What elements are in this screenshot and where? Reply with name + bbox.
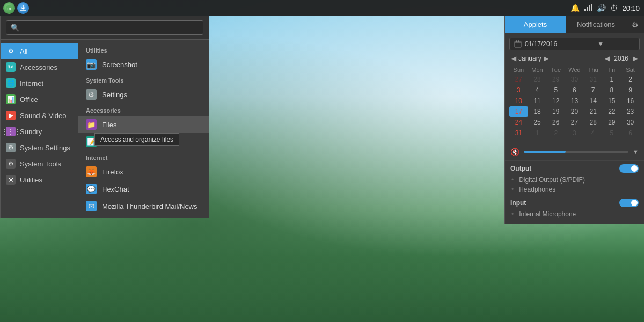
cal-day[interactable]: 4 bbox=[528, 85, 547, 96]
cal-day[interactable]: 28 bbox=[528, 74, 547, 85]
cal-day[interactable]: 2 bbox=[621, 74, 640, 85]
clock-icon: ⏱ bbox=[610, 4, 618, 12]
cal-day[interactable]: 15 bbox=[603, 96, 621, 106]
volume-chevron-icon[interactable]: ▼ bbox=[633, 149, 639, 155]
cal-day[interactable]: 3 bbox=[509, 85, 528, 96]
app-icon-firefox: 🦊 bbox=[86, 166, 97, 177]
cal-day[interactable]: 19 bbox=[546, 106, 565, 117]
svg-rect-8 bbox=[516, 40, 517, 42]
cal-day[interactable]: 20 bbox=[565, 106, 584, 117]
categories-panel: ⚙ All ✂ Accessories 🌐 Internet 📊 Office … bbox=[1, 40, 78, 218]
sidebar-item-all[interactable]: ⚙ All bbox=[1, 43, 78, 59]
output-toggle[interactable] bbox=[619, 164, 639, 173]
cat-label-office: Office bbox=[20, 96, 38, 104]
app-label: gedit Text Editor bbox=[102, 138, 152, 146]
cal-day[interactable]: 2 bbox=[546, 128, 565, 138]
sidebar-item-system-tools[interactable]: ⚙ System Tools bbox=[1, 156, 78, 172]
output-device-1[interactable]: Digital Output (S/PDIF) bbox=[510, 175, 639, 185]
cal-prev-month[interactable]: ◀ bbox=[509, 55, 518, 62]
cal-day[interactable]: 9 bbox=[621, 85, 640, 96]
cal-day[interactable]: 30 bbox=[621, 117, 640, 128]
cal-day[interactable]: 23 bbox=[621, 106, 640, 117]
cal-day[interactable]: 22 bbox=[603, 106, 621, 117]
network-icon[interactable] bbox=[584, 3, 592, 13]
cal-day[interactable]: 18 bbox=[528, 106, 547, 117]
cal-day[interactable]: 1 bbox=[528, 128, 547, 138]
cal-day[interactable]: 12 bbox=[546, 96, 565, 106]
taskbar-right: 🔔 🔊 ⏱ 20:10 bbox=[566, 3, 644, 13]
cat-icon-internet: 🌐 bbox=[6, 78, 16, 88]
output-device-2[interactable]: Headphones bbox=[510, 185, 639, 194]
mint-menu-button[interactable]: m bbox=[3, 2, 15, 14]
bell-icon[interactable]: 🔔 bbox=[570, 4, 580, 12]
cal-day[interactable]: 4 bbox=[584, 128, 603, 138]
sidebar-item-sound-video[interactable]: ▶ Sound & Video bbox=[1, 107, 78, 123]
cal-day[interactable]: 31 bbox=[509, 128, 528, 138]
sidebar-item-system-settings[interactable]: ⚙ System Settings bbox=[1, 140, 78, 156]
app-item-screenshot[interactable]: 📷 Screenshot bbox=[78, 56, 209, 73]
cal-date-display: 01/17/2016 bbox=[525, 40, 560, 48]
cat-icon-sundry: ⋮⋮⋮ bbox=[6, 127, 16, 136]
input-device-1[interactable]: Internal Microphone bbox=[510, 209, 639, 219]
cal-day[interactable]: 29 bbox=[546, 74, 565, 85]
cal-day[interactable]: 17 bbox=[509, 106, 528, 117]
cal-day[interactable]: 29 bbox=[603, 117, 621, 128]
app-icon-mozilla-thunderbird-mail/news: ✉ bbox=[86, 201, 97, 211]
tab-notifications[interactable]: Notifications bbox=[566, 16, 626, 33]
search-input[interactable] bbox=[6, 20, 203, 35]
volume-mute-icon[interactable]: 🔇 bbox=[510, 148, 519, 156]
cal-day[interactable]: 28 bbox=[584, 117, 603, 128]
cal-next-year[interactable]: ▶ bbox=[631, 55, 640, 62]
cal-day[interactable]: 24 bbox=[509, 117, 528, 128]
cal-day[interactable]: 21 bbox=[584, 106, 603, 117]
cat-label-internet: Internet bbox=[20, 79, 43, 87]
cal-day[interactable]: 31 bbox=[584, 74, 603, 85]
cal-day[interactable]: 7 bbox=[584, 85, 603, 96]
app-item-hexchat[interactable]: 💬 HexChat bbox=[78, 180, 209, 197]
app-item-files[interactable]: 📁 Files Access and organize files bbox=[78, 116, 209, 133]
app-icon-files: 📁 bbox=[86, 119, 97, 130]
cal-day[interactable]: 13 bbox=[565, 96, 584, 106]
cal-next-month[interactable]: ▶ bbox=[541, 55, 551, 62]
calendar-widget: 01/17/2016 ▼ ◀ January ▶ ◀ 2016 ▶ SunMon… bbox=[505, 33, 644, 143]
sidebar-item-accessories[interactable]: ✂ Accessories bbox=[1, 59, 78, 75]
cat-icon-all: ⚙ bbox=[6, 46, 16, 56]
cal-day[interactable]: 26 bbox=[546, 117, 565, 128]
cal-day[interactable]: 5 bbox=[603, 128, 621, 138]
audio-section: Output Digital Output (S/PDIF) Headphone… bbox=[505, 160, 644, 224]
app-item-settings[interactable]: ⚙ Settings bbox=[78, 86, 209, 103]
cal-day[interactable]: 3 bbox=[565, 128, 584, 138]
cal-day[interactable]: 27 bbox=[565, 117, 584, 128]
svg-rect-6 bbox=[515, 41, 521, 47]
panel-settings-button[interactable]: ⚙ bbox=[626, 17, 644, 32]
input-toggle[interactable] bbox=[619, 199, 639, 207]
cat-icon-office: 📊 bbox=[6, 94, 16, 104]
app-item-gedit-text-editor[interactable]: 📝 gedit Text Editor bbox=[78, 133, 209, 150]
cal-day[interactable]: 6 bbox=[621, 128, 640, 138]
tab-applets[interactable]: Applets bbox=[505, 16, 566, 33]
cal-day[interactable]: 8 bbox=[603, 85, 621, 96]
download-button[interactable] bbox=[17, 2, 29, 14]
cal-prev-year[interactable]: ◀ bbox=[603, 55, 612, 62]
cal-day[interactable]: 11 bbox=[528, 96, 547, 106]
app-item-firefox[interactable]: 🦊 Firefox bbox=[78, 163, 209, 180]
volume-icon[interactable]: 🔊 bbox=[597, 4, 606, 12]
cal-day[interactable]: 6 bbox=[565, 85, 584, 96]
volume-slider[interactable] bbox=[524, 151, 628, 153]
cal-day[interactable]: 1 bbox=[603, 74, 621, 85]
cal-day[interactable]: 10 bbox=[509, 96, 528, 106]
cal-expand-button[interactable]: ▼ bbox=[595, 40, 635, 48]
sidebar-item-internet[interactable]: 🌐 Internet bbox=[1, 75, 78, 91]
app-item-mozilla-thunderbird-mail/news[interactable]: ✉ Mozilla Thunderbird Mail/News bbox=[78, 197, 209, 215]
cal-day[interactable]: 27 bbox=[509, 74, 528, 85]
sidebar-item-sundry[interactable]: ⋮⋮⋮ Sundry bbox=[1, 123, 78, 140]
sidebar-item-office[interactable]: 📊 Office bbox=[1, 91, 78, 107]
sidebar-item-utilities[interactable]: ⚒ Utilities bbox=[1, 172, 78, 188]
cal-day[interactable]: 16 bbox=[621, 96, 640, 106]
cal-day[interactable]: 25 bbox=[528, 117, 547, 128]
cal-day[interactable]: 30 bbox=[565, 74, 584, 85]
cal-day[interactable]: 5 bbox=[546, 85, 565, 96]
app-icon-gedit-text-editor: 📝 bbox=[86, 136, 97, 147]
volume-section: 🔇 ▼ bbox=[505, 143, 644, 160]
cal-day[interactable]: 14 bbox=[584, 96, 603, 106]
